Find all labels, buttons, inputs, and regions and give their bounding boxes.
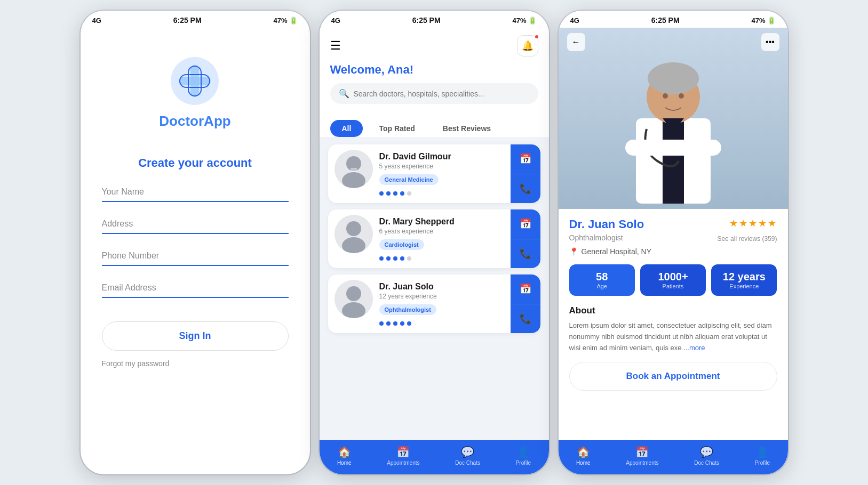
login-phone: 4G 6:25 PM 47% 🔋 [81, 11, 310, 474]
doctors-list: Dr. David Gilmour 5 years experience Gen… [320, 137, 549, 440]
doctor-avatar-2 [335, 215, 373, 253]
reviews-link[interactable]: See all reviews (359) [717, 235, 777, 242]
calendar-button-3[interactable]: 📅 [511, 274, 540, 304]
detail-specialty: Ophthalmologist [569, 233, 623, 242]
doctor-card-1: Dr. David Gilmour 5 years experience Gen… [328, 144, 540, 203]
nav-appointments-label: Appointments [387, 460, 419, 466]
search-icon: 🔍 [339, 88, 349, 99]
nav-appointments[interactable]: 📅 Appointments [387, 446, 419, 466]
battery-label: 47% 🔋 [273, 17, 298, 25]
app-logo-icon [168, 54, 221, 108]
location-text: General Hospital, NY [582, 247, 652, 256]
doctor-exp-3: 12 years experience [379, 293, 504, 300]
calendar-button-2[interactable]: 📅 [511, 209, 540, 239]
more-link[interactable]: ...more [683, 344, 705, 352]
notification-button[interactable]: 🔔 [517, 35, 538, 56]
address-input[interactable] [102, 215, 289, 234]
stat-age-value: 58 [574, 271, 631, 283]
logo-light: App [204, 113, 231, 129]
email-field [102, 279, 289, 298]
sign-in-button[interactable]: Sign In [102, 321, 289, 351]
phone-button-1[interactable]: 📞 [511, 174, 540, 204]
filter-tab-best-reviews[interactable]: Best Reviews [431, 120, 503, 137]
doctor-exp-2: 6 years experience [379, 228, 504, 235]
signal-label: 4G [331, 17, 340, 25]
location-icon: 📍 [569, 247, 578, 256]
stat-exp-label: Experience [715, 283, 773, 289]
doctor-info-1: Dr. David Gilmour 5 years experience Gen… [373, 144, 511, 203]
create-account-title: Create your account [138, 156, 252, 170]
nav-profile-label-detail: Profile [755, 460, 770, 466]
specialty-badge-3: Ophthalmologist [379, 304, 436, 315]
email-input[interactable] [102, 279, 289, 298]
detail-name-row: Dr. Juan Solo ★★★★★ [569, 217, 777, 231]
detail-body: Dr. Juan Solo ★★★★★ Ophthalmologist See … [559, 209, 788, 440]
battery-icon: 🔋 [528, 17, 537, 25]
nav-profile-label: Profile [516, 460, 531, 466]
status-bar-login: 4G 6:25 PM 47% 🔋 [81, 11, 310, 28]
nav-appointments-label-detail: Appointments [626, 460, 658, 466]
doctor-avatar-1 [335, 150, 373, 188]
filter-tab-top-rated[interactable]: Top Rated [367, 120, 426, 137]
svg-point-14 [346, 286, 361, 301]
stats-row: 58 Age 1000+ Patients 12 years Experienc… [569, 264, 777, 296]
doctor-info-3: Dr. Juan Solo 12 years experience Ophtha… [373, 274, 511, 333]
doctor-exp-1: 5 years experience [379, 163, 504, 170]
calendar-button-1[interactable]: 📅 [511, 144, 540, 174]
nav-profile[interactable]: 👤 Profile [516, 446, 531, 466]
doctor-detail-name: Dr. Juan Solo [569, 217, 644, 231]
stat-patients-label: Patients [644, 283, 702, 289]
name-field [102, 183, 289, 202]
nav-profile-detail[interactable]: 👤 Profile [755, 446, 770, 466]
search-input[interactable] [354, 90, 530, 98]
name-input[interactable] [102, 183, 289, 202]
about-text: Lorem ipsum dolor sit amet, consectetuer… [569, 320, 777, 353]
bottom-nav-detail: 🏠 Home 📅 Appointments 💬 Doc Chats 👤 Prof… [559, 440, 788, 474]
notification-dot [534, 34, 539, 39]
time-label: 6:25 PM [651, 16, 680, 25]
chats-icon-detail: 💬 [700, 446, 713, 458]
doctor-figure-svg [593, 33, 753, 204]
phone-field [102, 247, 289, 266]
back-button[interactable]: ← [567, 33, 585, 51]
phone-button-2[interactable]: 📞 [511, 239, 540, 269]
about-title: About [569, 305, 777, 316]
list-screen: ☰ 🔔 Welcome, Ana! 🔍 All Top Rated Best R… [320, 28, 549, 474]
specialty-badge-2: Cardiologist [379, 239, 424, 250]
home-icon: 🏠 [338, 446, 351, 458]
detail-screen: ← ••• Dr. Juan Solo ★★★★★ Ophthalmologis… [559, 28, 788, 474]
nav-appointments-detail[interactable]: 📅 Appointments [626, 446, 658, 466]
specialty-badge-1: General Medicine [379, 174, 439, 185]
more-button[interactable]: ••• [761, 33, 779, 51]
signal-label: 4G [570, 17, 579, 25]
svg-point-19 [648, 62, 699, 94]
nav-doc-chats[interactable]: 💬 Doc Chats [455, 446, 480, 466]
phone-button-3[interactable]: 📞 [511, 304, 540, 334]
doctor-avatar-3 [335, 280, 373, 318]
stat-exp-value: 12 years [715, 271, 773, 283]
filter-tab-all[interactable]: All [330, 120, 363, 137]
star-rating: ★★★★★ [729, 217, 777, 229]
card-actions-2: 📅 📞 [511, 209, 540, 268]
detail-hero: ← ••• [559, 28, 788, 209]
doctor-detail-phone: 4G 6:25 PM 47% 🔋 [559, 11, 788, 474]
forgot-password-link[interactable]: Forgot my password [102, 359, 170, 368]
login-screen: DoctorApp Create your account Sign In Fo… [81, 28, 310, 474]
stat-age: 58 Age [569, 264, 635, 296]
doctor-name-3: Dr. Juan Solo [379, 282, 504, 292]
status-bar-list: 4G 6:25 PM 47% 🔋 [320, 11, 549, 28]
dots-row-1 [379, 191, 504, 196]
svg-rect-23 [625, 140, 721, 156]
book-appointment-button[interactable]: Book an Appointment [569, 362, 777, 391]
time-label: 6:25 PM [412, 16, 441, 25]
phone-input[interactable] [102, 247, 289, 266]
doctor-card-3: Dr. Juan Solo 12 years experience Ophtha… [328, 274, 540, 333]
nav-home[interactable]: 🏠 Home [337, 446, 352, 466]
nav-chats-detail[interactable]: 💬 Doc Chats [694, 446, 719, 466]
doctor-list-phone: 4G 6:25 PM 47% 🔋 ☰ 🔔 Welcome, Ana! 🔍 All [320, 11, 549, 474]
nav-home-detail[interactable]: 🏠 Home [576, 446, 591, 466]
doctor-info-2: Dr. Mary Shepperd 6 years experience Car… [373, 209, 511, 268]
dots-row-2 [379, 256, 504, 261]
hamburger-menu[interactable]: ☰ [330, 39, 341, 53]
stat-patients-value: 1000+ [644, 271, 702, 283]
